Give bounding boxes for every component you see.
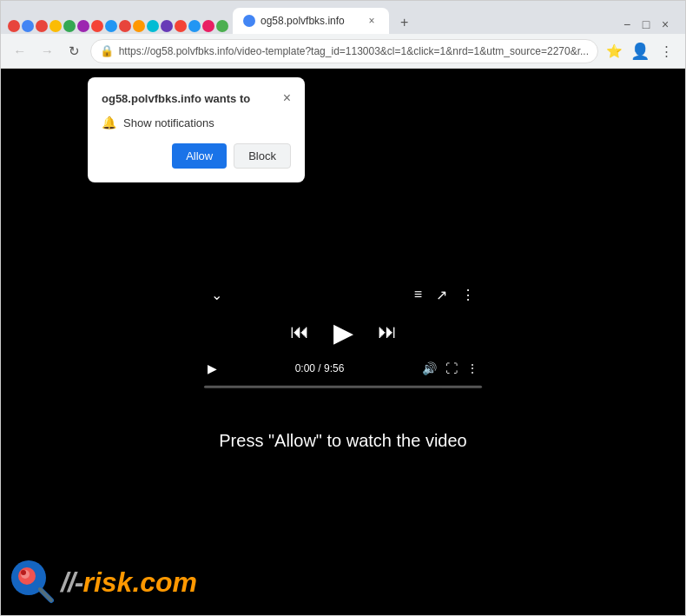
close-window-button[interactable]: × bbox=[659, 18, 671, 30]
player-collapse-icon[interactable]: ⌄ bbox=[211, 286, 222, 302]
address-text: https://og58.polvfbks.info/video-templat… bbox=[119, 45, 589, 57]
active-tab[interactable]: og58.polvfbks.info × bbox=[233, 8, 389, 34]
popup-notification-row: 🔔 Show notifications bbox=[102, 116, 291, 129]
player-time-sep: / bbox=[318, 361, 324, 374]
tab-favicon-5 bbox=[63, 20, 76, 32]
tab-favicon-7 bbox=[91, 20, 103, 32]
active-tab-title: og58.polvfbks.info bbox=[261, 15, 359, 27]
pcrisk-text-gray: //- bbox=[61, 566, 82, 599]
tab-close-button[interactable]: × bbox=[365, 14, 379, 28]
player-play-small[interactable]: ▶ bbox=[208, 361, 217, 374]
player-top-controls: ⌄ ≡ ↗ ⋮ bbox=[204, 286, 482, 302]
browser-window: og58.polvfbks.info × + − □ × ← → ↻ 🔒 htt… bbox=[0, 0, 686, 616]
player-progress-bar[interactable] bbox=[204, 385, 482, 387]
player-time-total: 9:56 bbox=[324, 361, 344, 374]
player-time-current: 0:00 bbox=[295, 361, 315, 374]
bookmark-button[interactable]: ⭐ bbox=[602, 39, 626, 63]
player-progress-row: ▶ 0:00 / 9:56 🔊 ⛶ ⋮ bbox=[204, 361, 482, 374]
press-allow-text: Press "Allow" to watch the video bbox=[219, 431, 466, 451]
minimize-button[interactable]: − bbox=[621, 18, 633, 30]
content-area: og58.polvfbks.info wants to × 🔔 Show not… bbox=[1, 69, 685, 615]
tab-favicon-3 bbox=[36, 20, 48, 32]
menu-button[interactable]: ⋮ bbox=[654, 39, 678, 63]
player-more-icon[interactable]: ⋮ bbox=[461, 286, 475, 302]
notification-popup: og58.polvfbks.info wants to × 🔔 Show not… bbox=[88, 77, 305, 182]
popup-buttons: Allow Block bbox=[102, 143, 291, 169]
tab-favicon-14 bbox=[188, 20, 201, 32]
back-button[interactable]: ← bbox=[8, 39, 32, 63]
toolbar: ← → ↻ 🔒 https://og58.polvfbks.info/video… bbox=[1, 34, 685, 69]
toolbar-icons: ⭐ 👤 ⋮ bbox=[602, 39, 678, 63]
bell-icon: 🔔 bbox=[102, 116, 116, 129]
pcrisk-text-logo: //- risk.com bbox=[61, 566, 197, 599]
pcrisk-text-orange: risk.com bbox=[82, 566, 197, 599]
pcrisk-logo-icon bbox=[10, 559, 57, 606]
video-player: ⌄ ≡ ↗ ⋮ ⏮ ▶ ⏭ ▶ 0:00 / 9:56 bbox=[204, 286, 482, 387]
player-fullscreen-icon[interactable]: ⛶ bbox=[445, 361, 458, 374]
player-settings-icon[interactable]: ⋮ bbox=[466, 361, 478, 374]
tab-favicon-1 bbox=[8, 20, 20, 32]
tab-favicon-10 bbox=[133, 20, 145, 32]
address-bar[interactable]: 🔒 https://og58.polvfbks.info/video-templ… bbox=[90, 39, 598, 63]
new-tab-button[interactable]: + bbox=[393, 11, 415, 34]
tab-favicon-15 bbox=[202, 20, 214, 32]
notification-label-text: Show notifications bbox=[123, 116, 214, 129]
player-top-right-icons: ≡ ↗ ⋮ bbox=[414, 286, 475, 302]
tab-favicon-12 bbox=[161, 20, 173, 32]
block-button[interactable]: Block bbox=[234, 143, 291, 169]
player-next-button[interactable]: ⏭ bbox=[378, 321, 397, 343]
pcrisk-logo: //- risk.com bbox=[10, 559, 197, 606]
tab-favicon-11 bbox=[147, 20, 159, 32]
tab-favicon-4 bbox=[49, 20, 62, 32]
popup-close-button[interactable]: × bbox=[283, 91, 291, 105]
address-lock-icon: 🔒 bbox=[100, 44, 114, 57]
player-playlist-icon[interactable]: ≡ bbox=[414, 286, 422, 302]
player-time: 0:00 / 9:56 bbox=[295, 361, 345, 374]
forward-button[interactable]: → bbox=[36, 39, 60, 63]
popup-site-name: og58.polvfbks.info wants to bbox=[102, 92, 250, 105]
refresh-button[interactable]: ↻ bbox=[63, 39, 87, 63]
active-tab-favicon bbox=[243, 15, 255, 27]
tab-favicon-8 bbox=[105, 20, 117, 32]
window-controls: − □ × bbox=[614, 18, 678, 34]
player-share-icon[interactable]: ↗ bbox=[436, 286, 447, 302]
maximize-button[interactable]: □ bbox=[640, 18, 652, 30]
tab-favicon-2 bbox=[22, 20, 34, 32]
tab-favicon-6 bbox=[77, 20, 89, 32]
player-small-icons: 🔊 ⛶ ⋮ bbox=[422, 361, 478, 374]
profile-button[interactable]: 👤 bbox=[628, 39, 652, 63]
tab-favicon-9 bbox=[119, 20, 131, 32]
allow-button[interactable]: Allow bbox=[172, 143, 227, 169]
tab-bar: og58.polvfbks.info × + − □ × bbox=[1, 1, 685, 34]
player-volume-icon[interactable]: 🔊 bbox=[422, 361, 437, 374]
tab-favicon-16 bbox=[216, 20, 228, 32]
player-play-button[interactable]: ▶ bbox=[333, 316, 353, 347]
svg-point-3 bbox=[21, 570, 26, 575]
player-main-controls: ⏮ ▶ ⏭ bbox=[290, 316, 397, 347]
player-prev-button[interactable]: ⏮ bbox=[290, 321, 309, 343]
popup-header: og58.polvfbks.info wants to × bbox=[102, 91, 291, 105]
tab-favicon-13 bbox=[175, 20, 187, 32]
svg-line-5 bbox=[40, 589, 51, 600]
